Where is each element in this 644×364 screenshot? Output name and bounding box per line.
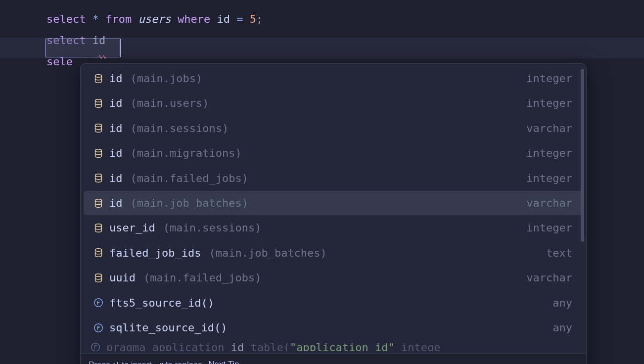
completion-item[interactable]: Fsqlite_source_id()any <box>84 316 583 340</box>
column-id: id <box>217 13 230 25</box>
code-line-2[interactable]: select id <box>46 30 644 51</box>
svg-point-4 <box>95 174 102 177</box>
scrollbar-thumb[interactable] <box>581 69 584 242</box>
completion-name: sqlite_source_id() <box>109 318 227 337</box>
code-line-1[interactable]: select * from users where id = 5; <box>46 9 644 30</box>
keyword-select: select <box>46 13 86 25</box>
svg-point-5 <box>95 199 102 202</box>
completion-name: uuid <box>109 269 136 287</box>
database-column-icon <box>92 147 104 159</box>
operator-star: * <box>92 13 99 25</box>
completion-type: integer <box>526 219 572 237</box>
completion-type: varchar <box>526 194 572 212</box>
next-tip-link[interactable]: Next Tip <box>208 360 239 364</box>
completion-context: (main.failed_jobs) <box>143 269 261 287</box>
database-column-icon <box>92 272 104 284</box>
completion-name: id <box>109 194 123 212</box>
completion-type: varchar <box>526 119 572 137</box>
database-column-icon <box>92 197 104 209</box>
completion-context: (main.jobs) <box>131 69 203 88</box>
completion-context: (main.sessions) <box>163 219 262 237</box>
svg-point-3 <box>95 149 102 152</box>
svg-point-8 <box>95 274 102 277</box>
database-column-icon <box>92 122 104 134</box>
footer-hint: Press ↵ to insert, ⇥ to replace <box>89 360 202 364</box>
function-icon: F <box>90 341 101 351</box>
code-editor[interactable]: select * from users where id = 5; select… <box>0 0 644 73</box>
completion-context: (main.job_batches) <box>209 244 326 262</box>
svg-text:F: F <box>97 324 100 331</box>
completion-type: integer <box>526 169 572 187</box>
completion-name: failed_job_ids <box>109 244 201 262</box>
operator-eq: = <box>236 13 243 25</box>
text-partial: sele <box>46 55 73 68</box>
svg-point-7 <box>95 249 102 252</box>
table-name: users <box>138 13 171 25</box>
database-column-icon <box>92 172 104 184</box>
database-column-icon <box>92 73 104 85</box>
svg-point-6 <box>95 224 102 227</box>
completion-context: (main.users) <box>131 94 209 112</box>
database-column-icon <box>92 97 104 109</box>
keyword-where: where <box>178 13 210 25</box>
keyword-select: select <box>46 34 86 46</box>
typed-text: id <box>92 34 106 46</box>
completion-item[interactable]: user_id(main.sessions)integer <box>84 216 583 240</box>
completion-item[interactable]: uuid(main.failed_jobs)varchar <box>84 266 583 290</box>
completion-name: user_id <box>109 219 155 237</box>
completion-name: id <box>109 144 123 162</box>
completion-name: id <box>109 119 123 137</box>
completion-context: (main.migrations) <box>131 144 242 162</box>
completion-item[interactable]: id(main.job_batches)varchar <box>84 191 583 215</box>
completion-item-partial[interactable]: Fpragma_application_id_table("applicatio… <box>81 340 586 351</box>
kebab-menu-icon[interactable]: ⋮ <box>567 360 579 364</box>
completion-name: id <box>109 169 123 187</box>
completion-type: integer <box>526 94 572 112</box>
completion-type: any <box>552 294 572 312</box>
svg-point-0 <box>95 74 102 77</box>
semicolon: ; <box>256 13 263 25</box>
popup-footer: Press ↵ to insert, ⇥ to replace Next Tip… <box>81 353 586 364</box>
completion-name: id <box>109 94 123 112</box>
enter-key-icon: ↵ <box>112 360 119 364</box>
completion-type: any <box>552 318 572 337</box>
completion-type: integer <box>526 69 572 88</box>
svg-point-1 <box>95 99 102 102</box>
completion-name: pragma_application_id_table("application… <box>106 341 441 352</box>
completion-context: (main.job_batches) <box>131 194 248 212</box>
completion-type: varchar <box>526 269 572 287</box>
completion-item[interactable]: id(main.users)integer <box>84 91 583 115</box>
completion-item[interactable]: id(main.migrations)integer <box>84 141 583 165</box>
completion-type: text <box>546 244 572 262</box>
completion-context: (main.failed_jobs) <box>131 169 248 187</box>
completion-list[interactable]: id(main.jobs)integerid(main.users)intege… <box>81 64 586 353</box>
completion-name: fts5_source_id() <box>109 294 214 312</box>
database-column-icon <box>92 247 104 259</box>
number-literal: 5 <box>250 13 256 25</box>
svg-text:F: F <box>97 300 100 306</box>
svg-point-2 <box>95 124 102 127</box>
tab-key-icon: ⇥ <box>156 360 163 364</box>
database-column-icon <box>92 222 104 234</box>
completion-item[interactable]: failed_job_ids(main.job_batches)text <box>84 241 583 265</box>
autocomplete-popup: id(main.jobs)integerid(main.users)intege… <box>80 63 587 364</box>
function-icon: F <box>92 322 104 334</box>
completion-item[interactable]: id(main.sessions)varchar <box>84 116 583 140</box>
completion-name: id <box>109 69 123 88</box>
completion-item[interactable]: id(main.jobs)integer <box>84 66 583 91</box>
keyword-from: from <box>105 13 132 25</box>
completion-type: integer <box>526 144 572 162</box>
svg-text:F: F <box>94 344 97 351</box>
function-icon: F <box>92 297 104 309</box>
completion-item[interactable]: id(main.failed_jobs)integer <box>84 166 583 190</box>
completion-item[interactable]: Ffts5_source_id()any <box>84 291 583 315</box>
completion-context: (main.sessions) <box>131 119 229 137</box>
